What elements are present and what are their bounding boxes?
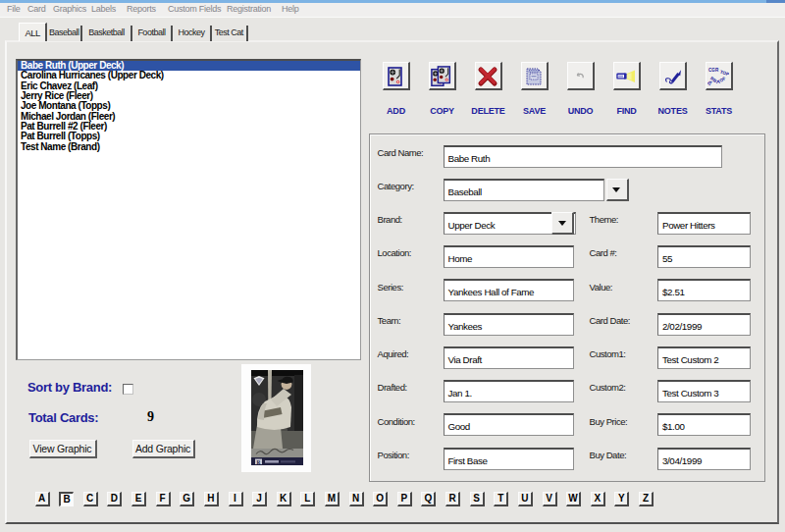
svg-text:CGR: CGR — [708, 68, 719, 73]
svg-text:R: R — [257, 459, 261, 465]
svg-text:TOP: TOP — [719, 70, 729, 78]
svg-text:TOF: TOF — [716, 76, 726, 84]
